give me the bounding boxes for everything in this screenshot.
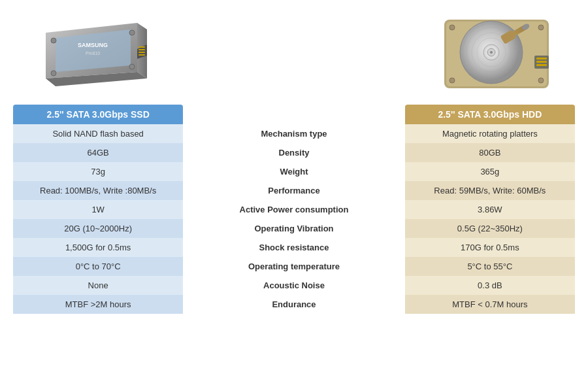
svg-rect-33 — [536, 58, 547, 59]
hdd-svg — [438, 10, 555, 95]
label-cell: Endurance — [183, 295, 404, 314]
middle-header — [183, 105, 404, 124]
table-row: 1W Active Power consumption 3.86W — [13, 200, 575, 219]
svg-point-24 — [490, 51, 493, 54]
table-row: MTBF >2M hours Endurance MTBF < 0.7M hou… — [13, 295, 575, 314]
ssd-cell: 64GB — [13, 143, 183, 162]
hdd-cell: 0.3 dB — [405, 276, 575, 295]
ssd-cell: 1W — [13, 200, 183, 219]
table-row: 64GB Density 80GB — [13, 143, 575, 162]
svg-point-31 — [538, 78, 544, 83]
svg-point-30 — [449, 78, 455, 83]
hdd-cell: MTBF < 0.7M hours — [405, 295, 575, 314]
label-cell: Density — [183, 143, 404, 162]
hdd-cell: 80GB — [405, 143, 575, 162]
table-row: 73g Weight 365g — [13, 162, 575, 181]
ssd-svg: SAMSUNG Pm810 — [33, 13, 150, 92]
svg-point-8 — [129, 64, 135, 69]
svg-text:SAMSUNG: SAMSUNG — [78, 42, 108, 48]
svg-point-29 — [538, 25, 544, 30]
label-cell: Shock resistance — [183, 238, 404, 257]
svg-point-9 — [51, 71, 56, 76]
table-row: Solid NAND flash based Mechanism type Ma… — [13, 124, 575, 143]
hdd-cell: Read: 59MB/s, Write: 60MB/s — [405, 181, 575, 200]
table-row: 1,500G for 0.5ms Shock resistance 170G f… — [13, 238, 575, 257]
label-cell: Mechanism type — [183, 124, 404, 143]
comparison-table-wrapper: 2.5'' SATA 3.0Gbps SSD 2.5'' SATA 3.0Gbp… — [13, 105, 575, 314]
table-row: 20G (10~2000Hz) Operating Vibration 0.5G… — [13, 219, 575, 238]
ssd-cell: 20G (10~2000Hz) — [13, 219, 183, 238]
images-row: SAMSUNG Pm810 — [13, 7, 575, 98]
svg-rect-13 — [139, 52, 145, 53]
svg-rect-11 — [139, 46, 145, 48]
ssd-cell: 1,500G for 0.5ms — [13, 238, 183, 257]
hdd-cell: 365g — [405, 162, 575, 181]
hdd-cell: 0.5G (22~350Hz) — [405, 219, 575, 238]
page-container: SAMSUNG Pm810 — [0, 0, 588, 389]
label-cell: Acoustic Noise — [183, 276, 404, 295]
ssd-header: 2.5'' SATA 3.0Gbps SSD — [13, 105, 183, 124]
comparison-table: 2.5'' SATA 3.0Gbps SSD 2.5'' SATA 3.0Gbp… — [13, 105, 575, 314]
svg-point-6 — [51, 38, 56, 43]
svg-point-7 — [129, 30, 135, 35]
label-cell: Weight — [183, 162, 404, 181]
hdd-image — [431, 7, 562, 98]
hdd-cell: 5°C to 55°C — [405, 257, 575, 276]
label-cell: Performance — [183, 181, 404, 200]
svg-rect-35 — [536, 64, 547, 66]
label-cell: Active Power consumption — [183, 200, 404, 219]
label-cell: Operating temperature — [183, 257, 404, 276]
ssd-cell: MTBF >2M hours — [13, 295, 183, 314]
table-header-row: 2.5'' SATA 3.0Gbps SSD 2.5'' SATA 3.0Gbp… — [13, 105, 575, 124]
svg-point-28 — [449, 25, 455, 30]
ssd-cell: Read: 100MB/s, Write :80MB/s — [13, 181, 183, 200]
hdd-cell: 170G for 0.5ms — [405, 238, 575, 257]
ssd-cell: None — [13, 276, 183, 295]
hdd-cell: 3.86W — [405, 200, 575, 219]
table-row: 0°C to 70°C Operating temperature 5°C to… — [13, 257, 575, 276]
table-row: None Acoustic Noise 0.3 dB — [13, 276, 575, 295]
table-row: Read: 100MB/s, Write :80MB/s Performance… — [13, 181, 575, 200]
svg-rect-14 — [139, 54, 145, 56]
svg-rect-34 — [536, 61, 547, 63]
ssd-cell: Solid NAND flash based — [13, 124, 183, 143]
svg-text:Pm810: Pm810 — [86, 51, 100, 56]
ssd-cell: 0°C to 70°C — [13, 257, 183, 276]
ssd-cell: 73g — [13, 162, 183, 181]
hdd-header: 2.5'' SATA 3.0Gbps HDD — [405, 105, 575, 124]
ssd-image: SAMSUNG Pm810 — [26, 7, 157, 98]
svg-rect-12 — [139, 49, 145, 50]
label-cell: Operating Vibration — [183, 219, 404, 238]
hdd-cell: Magnetic rotating platters — [405, 124, 575, 143]
